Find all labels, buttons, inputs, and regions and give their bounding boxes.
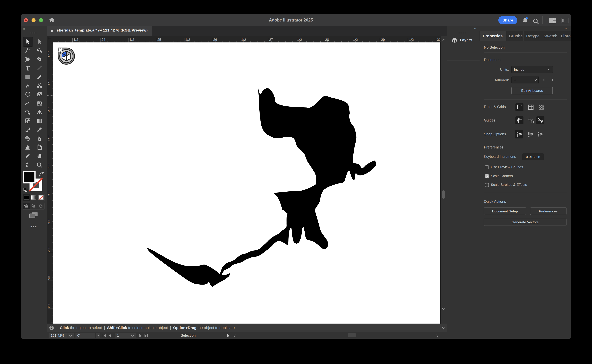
svg-text:1: 1 bbox=[48, 162, 50, 166]
svg-text:1: 1 bbox=[48, 51, 50, 54]
svg-text:28: 28 bbox=[325, 38, 329, 42]
svg-text:2: 2 bbox=[48, 194, 50, 197]
svg-text:1: 1 bbox=[48, 302, 50, 306]
svg-text:2: 2 bbox=[48, 221, 50, 225]
svg-text:1: 1 bbox=[48, 246, 50, 250]
svg-text:26: 26 bbox=[213, 38, 217, 42]
svg-text:2: 2 bbox=[48, 278, 50, 281]
svg-text:4: 4 bbox=[48, 166, 50, 169]
svg-text:3: 3 bbox=[48, 110, 50, 113]
svg-text:1: 1 bbox=[48, 134, 50, 138]
svg-text:29: 29 bbox=[381, 38, 385, 42]
svg-text:1/2: 1/2 bbox=[409, 38, 414, 42]
svg-text:1: 1 bbox=[48, 190, 50, 194]
svg-text:2: 2 bbox=[48, 138, 50, 141]
svg-text:24: 24 bbox=[101, 38, 105, 42]
svg-text:6: 6 bbox=[48, 305, 50, 309]
svg-text:2: 2 bbox=[48, 54, 50, 57]
svg-text:1: 1 bbox=[48, 106, 50, 110]
svg-text:5: 5 bbox=[48, 249, 50, 253]
svg-text:1/2: 1/2 bbox=[353, 38, 358, 42]
svg-text:1/2: 1/2 bbox=[185, 38, 190, 42]
svg-text:1/2: 1/2 bbox=[241, 38, 246, 42]
svg-text:25: 25 bbox=[157, 38, 161, 42]
svg-text:1/2: 1/2 bbox=[297, 38, 302, 42]
svg-text:1: 1 bbox=[48, 218, 50, 221]
svg-text:1/2: 1/2 bbox=[73, 38, 78, 42]
svg-text:2: 2 bbox=[48, 82, 50, 85]
svg-text:1: 1 bbox=[48, 274, 50, 278]
svg-text:27: 27 bbox=[269, 38, 273, 42]
svg-text:1: 1 bbox=[48, 78, 50, 82]
svg-text:1/2: 1/2 bbox=[129, 38, 134, 42]
